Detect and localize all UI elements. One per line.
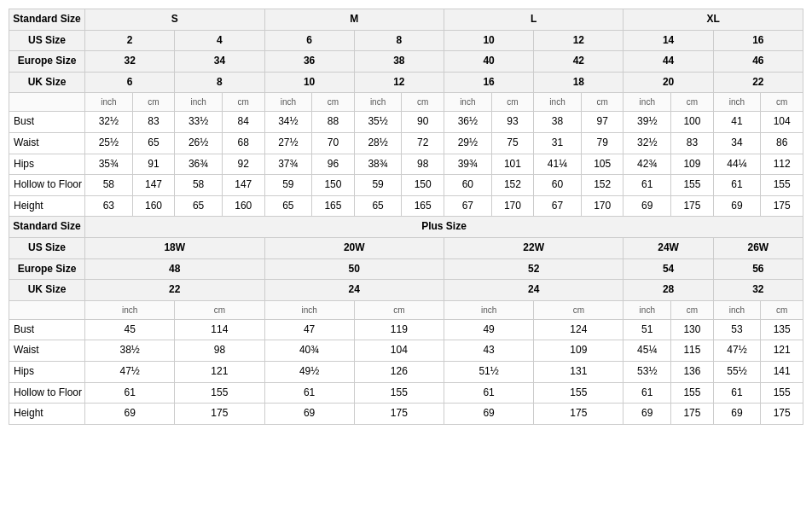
bottom-section-header-row: Standard Size Plus Size: [9, 217, 803, 238]
plus-hollow-61d-cm: 155: [671, 382, 714, 404]
eu-46: 46: [713, 51, 803, 73]
hips-42threequarter-cm: 109: [671, 154, 714, 175]
bottom-unit-label: [9, 300, 85, 319]
bottom-europe-size-row: Europe Size 48 50 52 54 56: [9, 258, 803, 280]
hips-38threequarter-cm: 98: [402, 154, 444, 175]
hips-37threequarter-cm: 96: [312, 154, 355, 175]
waist-29half-inch: 29½: [444, 132, 491, 154]
unit-cm-1: cm: [132, 93, 175, 112]
hollow-59a-cm: 150: [312, 175, 355, 196]
bottom-height-row: Height 69 175 69 175 69 175 69 175 69 17…: [9, 404, 803, 425]
plus-unit-inch-4: inch: [624, 300, 671, 319]
unit-inch-3: inch: [264, 93, 312, 112]
unit-cm-6: cm: [581, 93, 624, 112]
hips-41quarter-cm: 105: [581, 154, 624, 175]
us-2: 2: [85, 30, 175, 51]
uk-6: 6: [85, 72, 175, 93]
height-69b-cm: 175: [761, 195, 803, 217]
plus-height-69a-inch: 69: [85, 404, 175, 425]
height-67a-inch: 67: [444, 195, 491, 217]
unit-cm-2: cm: [222, 93, 264, 112]
hips-label: Hips: [9, 154, 85, 175]
us-4: 4: [175, 30, 264, 51]
eu-40: 40: [444, 51, 533, 73]
unit-cm-8: cm: [761, 93, 803, 112]
height-69a-inch: 69: [624, 195, 671, 217]
us-6: 6: [264, 30, 354, 51]
plus-unit-inch-3: inch: [444, 300, 533, 319]
bottom-hollow-row: Hollow to Floor 61 155 61 155 61 155 61 …: [9, 382, 803, 404]
plus-24w: 24W: [624, 237, 713, 258]
hips-36threequarter-cm: 92: [222, 154, 264, 175]
plus-height-69b-cm: 175: [354, 404, 444, 425]
height-65b-inch: 65: [264, 195, 312, 217]
height-65c-cm: 165: [402, 195, 444, 217]
hips-41quarter-inch: 41¼: [534, 154, 582, 175]
plus-18w: 18W: [85, 237, 264, 258]
plus-height-69d-cm: 175: [671, 404, 714, 425]
height-65a-cm: 160: [222, 195, 264, 217]
plus-hollow-61c-inch: 61: [444, 382, 533, 404]
top-standard-size-row: Standard Size S M L XL: [9, 9, 803, 31]
uk-size-label: UK Size: [9, 72, 85, 93]
unit-cm-7: cm: [671, 93, 714, 112]
top-uk-size-row: UK Size 6 8 10 12 16 18 20 22: [9, 72, 803, 93]
bottom-uk-label: UK Size: [9, 280, 85, 301]
plus-bust-47-inch: 47: [264, 319, 354, 340]
plus-unit-inch-1: inch: [85, 300, 175, 319]
hollow-58a-inch: 58: [85, 175, 133, 196]
plus-hips-51half-cm: 131: [534, 361, 624, 382]
plus-26w: 26W: [713, 237, 803, 258]
uk-8: 8: [175, 72, 264, 93]
plus-hips-53half-cm: 136: [671, 361, 714, 382]
waist-31-cm: 79: [581, 132, 624, 154]
bottom-bust-row: Bust 45 114 47 119 49 124 51 130 53 135: [9, 319, 803, 340]
us-8: 8: [354, 30, 444, 51]
plus-bust-53-cm: 135: [761, 319, 803, 340]
top-bust-row: Bust 32½ 83 33½ 84 34½ 88 35½ 90 36½ 93 …: [9, 112, 803, 133]
uk-18: 18: [534, 72, 624, 93]
bust-33half-inch: 33½: [175, 112, 223, 133]
hips-39threequarter-inch: 39¾: [444, 154, 491, 175]
waist-34-inch: 34: [713, 132, 761, 154]
bust-36half-inch: 36½: [444, 112, 491, 133]
plus-unit-inch-5: inch: [713, 300, 761, 319]
plus-hollow-61e-cm: 155: [761, 382, 803, 404]
hollow-61a-inch: 61: [624, 175, 671, 196]
bust-38-inch: 38: [534, 112, 582, 133]
uk-16: 16: [444, 72, 533, 93]
bottom-hips-row: Hips 47½ 121 49½ 126 51½ 131 53½ 136 55½…: [9, 361, 803, 382]
plus-height-69e-inch: 69: [713, 404, 761, 425]
plus-hollow-61a-inch: 61: [85, 382, 175, 404]
plus-hollow-61b-cm: 155: [354, 382, 444, 404]
us-12: 12: [534, 30, 624, 51]
uk-20: 20: [624, 72, 713, 93]
plus-bust-45-inch: 45: [85, 319, 175, 340]
plus-eu-56: 56: [713, 258, 803, 280]
plus-hips-53half-inch: 53½: [624, 361, 671, 382]
unit-inch-4: inch: [354, 93, 402, 112]
uk-12: 12: [354, 72, 444, 93]
plus-height-69d-inch: 69: [624, 404, 671, 425]
plus-hollow-61a-cm: 155: [175, 382, 264, 404]
hips-35threequarter-inch: 35¾: [85, 154, 133, 175]
bottom-plus-label: Plus Size: [85, 217, 803, 238]
plus-bust-53-inch: 53: [713, 319, 761, 340]
waist-34-cm: 86: [761, 132, 803, 154]
unit-inch-2: inch: [175, 93, 223, 112]
height-65b-cm: 165: [312, 195, 355, 217]
height-65c-inch: 65: [354, 195, 402, 217]
plus-unit-cm-3: cm: [534, 300, 624, 319]
plus-waist-label: Waist: [9, 340, 85, 362]
plus-hollow-61b-inch: 61: [264, 382, 354, 404]
top-europe-size-row: Europe Size 32 34 36 38 40 42 44 46: [9, 51, 803, 73]
waist-25half-cm: 65: [132, 132, 175, 154]
plus-height-69e-cm: 175: [761, 404, 803, 425]
waist-31-inch: 31: [534, 132, 582, 154]
top-hollow-row: Hollow to Floor 58 147 58 147 59 150 59 …: [9, 175, 803, 196]
plus-hips-55half-cm: 141: [761, 361, 803, 382]
unit-cm-3: cm: [312, 93, 355, 112]
standard-size-label: Standard Size: [9, 9, 85, 31]
plus-waist-38half-inch: 38½: [85, 340, 175, 362]
size-chart: Standard Size S M L XL US Size 2 4 6 8 1…: [9, 9, 803, 425]
